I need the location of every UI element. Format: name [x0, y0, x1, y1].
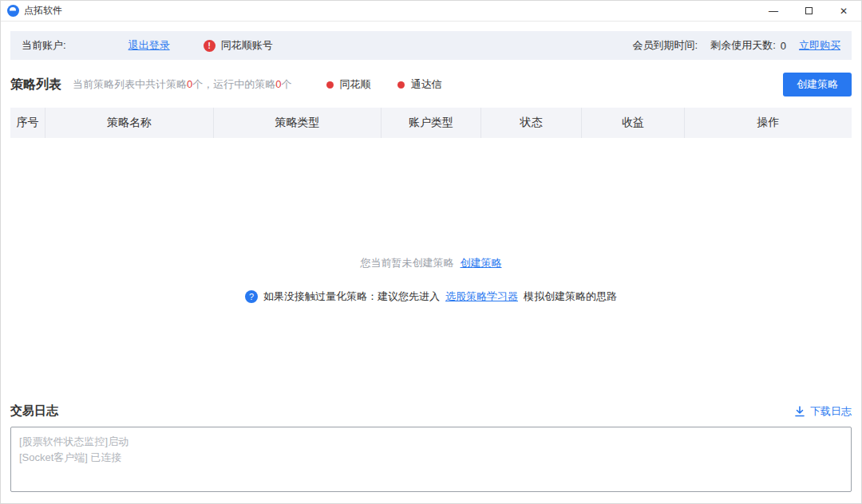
column-header-type: 策略类型	[214, 108, 382, 138]
strategy-summary: 当前策略列表中共计策略0个，运行中的策略0个	[73, 77, 291, 92]
column-header-account-type: 账户类型	[382, 108, 481, 138]
account-bar: 当前账户: 退出登录 ! 同花顺账号 会员到期时间: 剩余使用天数: 0 立即购…	[10, 31, 852, 60]
broker-legend: 同花顺 通达信	[326, 77, 441, 92]
strategy-table-header: 序号 策略名称 策略类型 账户类型 状态 收益 操作	[10, 108, 852, 138]
summary-text: 个，运行中的策略	[192, 78, 275, 90]
empty-state-tip: ? 如果没接触过量化策略：建议您先进入 选股策略学习器 模拟创建策略的思路	[245, 289, 617, 304]
trading-log-title: 交易日志	[10, 404, 58, 419]
column-header-name: 策略名称	[45, 108, 214, 138]
column-header-status: 状态	[481, 108, 582, 138]
strategy-list-title: 策略列表	[10, 77, 61, 93]
red-dot-icon	[397, 81, 405, 89]
download-log-link[interactable]: 下载日志	[810, 404, 852, 419]
legend-label: 同花顺	[339, 77, 370, 92]
strategy-learner-link[interactable]: 选股策略学习器	[445, 289, 518, 304]
titlebar: 点拓软件 — ✕	[1, 1, 861, 22]
minimize-button[interactable]: —	[756, 1, 791, 21]
empty-state-text: 您当前暂未创建策略	[361, 256, 454, 270]
remaining-days: 剩余使用天数: 0	[710, 38, 786, 53]
empty-state: 您当前暂未创建策略 创建策略 ? 如果没接触过量化策略：建议您先进入 选股策略学…	[1, 138, 861, 404]
close-button[interactable]: ✕	[826, 1, 861, 21]
log-line: [Socket客户端] 已连接	[19, 450, 843, 466]
remaining-days-label: 剩余使用天数:	[710, 38, 776, 53]
account-bar-right: 会员到期时间: 剩余使用天数: 0 立即购买	[633, 38, 840, 53]
red-dot-icon	[326, 81, 334, 89]
logout-link[interactable]: 退出登录	[129, 38, 170, 53]
maximize-button[interactable]	[791, 1, 826, 21]
column-header-profit: 收益	[582, 108, 685, 138]
help-icon: ?	[245, 290, 258, 303]
create-strategy-link[interactable]: 创建策略	[461, 256, 502, 270]
column-header-index: 序号	[10, 108, 45, 138]
legend-item-ths: 同花顺	[326, 77, 370, 92]
log-line: [股票软件状态监控]启动	[19, 434, 843, 450]
create-strategy-button[interactable]: 创建策略	[783, 73, 852, 96]
column-header-actions: 操作	[685, 108, 852, 138]
trading-log-header: 交易日志 下载日志	[10, 404, 852, 419]
remaining-days-value: 0	[781, 40, 786, 52]
current-account-label: 当前账户:	[22, 38, 66, 53]
account-type-label: 同花顺账号	[221, 38, 273, 53]
maximize-icon	[805, 7, 813, 14]
download-icon	[794, 406, 805, 417]
app-window: 点拓软件 — ✕ 当前账户: 退出登录 ! 同花顺账号 会员到期时间: 剩余使用…	[0, 0, 862, 504]
legend-item-tdx: 通达信	[397, 77, 441, 92]
window-controls: — ✕	[756, 1, 861, 21]
summary-text: 个	[281, 78, 291, 90]
window-title: 点拓软件	[24, 4, 62, 18]
membership-expiry-label: 会员到期时间:	[633, 38, 698, 53]
app-logo-icon	[7, 5, 19, 17]
summary-text: 当前策略列表中共计策略	[73, 78, 187, 90]
trading-log-output: [股票软件状态监控]启动 [Socket客户端] 已连接	[10, 427, 852, 492]
tip-suffix-text: 模拟创建策略的思路	[524, 289, 617, 304]
trading-log-section: 交易日志 下载日志 [股票软件状态监控]启动 [Socket客户端] 已连接	[10, 404, 852, 492]
empty-state-message: 您当前暂未创建策略 创建策略	[361, 256, 502, 270]
strategy-list-header: 策略列表 当前策略列表中共计策略0个，运行中的策略0个 同花顺 通达信 创建策略	[10, 73, 852, 96]
download-log[interactable]: 下载日志	[794, 404, 852, 419]
legend-label: 通达信	[410, 77, 441, 92]
buy-now-link[interactable]: 立即购买	[799, 38, 840, 53]
warning-icon: !	[204, 40, 216, 52]
tip-prefix-text: 如果没接触过量化策略：建议您先进入	[263, 289, 440, 304]
